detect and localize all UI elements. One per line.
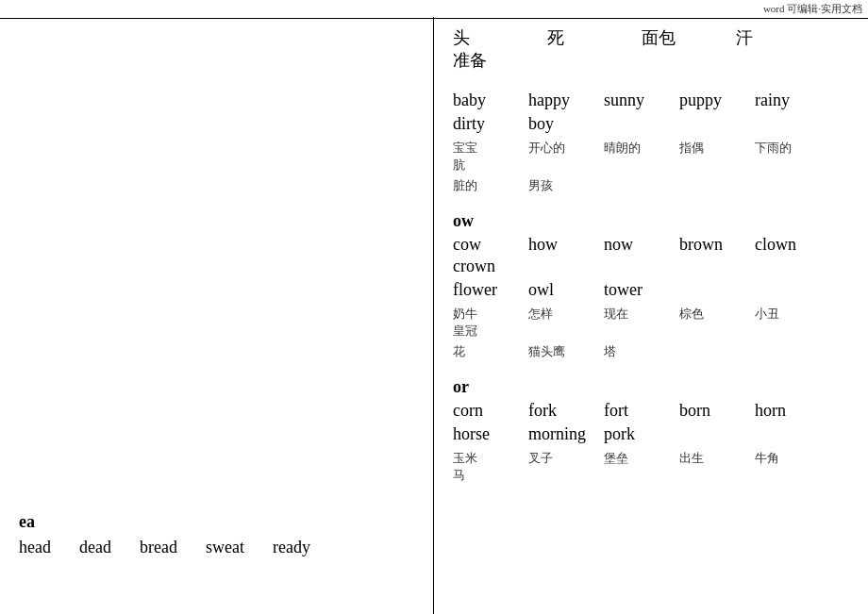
word-cell: fort	[604, 401, 670, 421]
sections-container: babyhappysunnypuppyrainydirtyboy宝宝开心的晴朗的…	[453, 91, 849, 484]
word-cell: born	[679, 401, 745, 421]
chinese-cell: 牛角	[755, 450, 821, 467]
chinese-cell: 开心的	[528, 140, 594, 157]
main-container: ea headdeadbreadsweatready 头死面包汗准备 babyh…	[0, 17, 868, 614]
ea-words: headdeadbreadsweatready	[19, 538, 310, 557]
chinese-cell: 猫头鹰	[528, 343, 594, 360]
word-cell: horn	[755, 401, 821, 421]
chinese-cell: 晴朗的	[604, 140, 670, 157]
section-label-ow: ow	[453, 211, 849, 231]
word-cell: fork	[528, 401, 594, 421]
chinese-row: 花猫头鹰塔	[453, 343, 849, 360]
chinese-row: 奶牛怎样现在棕色小丑皇冠	[453, 306, 849, 340]
word-cell: pork	[604, 424, 670, 444]
chinese-cell: 怎样	[528, 306, 594, 323]
chinese-cell: 马	[453, 467, 519, 484]
header-chinese-cell: 面包	[642, 26, 708, 49]
chinese-cell: 花	[453, 343, 519, 360]
ea-word: head	[19, 538, 51, 557]
word-cell: tower	[604, 280, 670, 300]
word-cell: horse	[453, 424, 519, 444]
chinese-cell: 棕色	[679, 306, 745, 323]
ea-word: bread	[140, 538, 177, 557]
word-row: dirtyboy	[453, 114, 849, 136]
section-ow: owcowhownowbrownclowncrownflowerowltower…	[453, 211, 849, 360]
word-cell: sunny	[604, 91, 670, 110]
chinese-cell: 肮	[453, 157, 519, 174]
word-cell: puppy	[679, 91, 745, 110]
chinese-cell: 玉米	[453, 450, 519, 467]
word-cell: owl	[528, 280, 594, 300]
word-cell: now	[604, 235, 670, 255]
chinese-cell: 下雨的	[755, 140, 821, 157]
ea-word: ready	[273, 538, 310, 557]
chinese-row: 玉米叉子堡垒出生牛角马	[453, 450, 849, 484]
word-cell: flower	[453, 280, 519, 300]
word-row: flowerowltower	[453, 280, 849, 302]
chinese-cell: 塔	[604, 343, 670, 360]
word-row: horsemorningpork	[453, 424, 849, 446]
header-chinese-cell: 头	[453, 26, 519, 49]
section-or: orcornforkfortbornhornhorsemorningpork玉米…	[453, 377, 849, 484]
ea-word: sweat	[206, 538, 244, 557]
word-cell: dirty	[453, 114, 519, 134]
chinese-cell: 奶牛	[453, 306, 519, 323]
ea-label: ea	[19, 512, 310, 532]
section-label-or: or	[453, 377, 849, 397]
top-bar-label: word 可编辑·实用文档	[763, 3, 862, 14]
header-chinese-cell: 准备	[453, 49, 519, 72]
word-cell: brown	[679, 235, 745, 255]
word-cell: happy	[528, 91, 594, 110]
chinese-cell: 男孩	[528, 177, 594, 194]
word-row: cowhownowbrownclowncrown	[453, 235, 849, 278]
chinese-cell: 宝宝	[453, 140, 519, 157]
chinese-cell: 叉子	[528, 450, 594, 467]
word-cell: morning	[528, 424, 594, 444]
word-cell: boy	[528, 114, 594, 134]
word-cell: how	[528, 235, 594, 255]
word-cell: baby	[453, 91, 519, 110]
header-chinese-cell: 汗	[736, 26, 802, 49]
top-bar: word 可编辑·实用文档	[0, 0, 868, 19]
word-cell: cow	[453, 235, 519, 255]
left-panel: ea headdeadbreadsweatready	[0, 17, 434, 614]
chinese-row: 脏的男孩	[453, 177, 849, 194]
chinese-cell: 指偶	[679, 140, 745, 157]
word-row: cornforkfortbornhorn	[453, 401, 849, 423]
chinese-cell: 皇冠	[453, 323, 519, 340]
section-ay: babyhappysunnypuppyrainydirtyboy宝宝开心的晴朗的…	[453, 91, 849, 194]
word-row: babyhappysunnypuppyrainy	[453, 91, 849, 112]
word-cell: corn	[453, 401, 519, 421]
chinese-row: 宝宝开心的晴朗的指偶下雨的肮	[453, 140, 849, 174]
word-cell: crown	[453, 257, 519, 276]
header-chinese-row: 头死面包汗准备	[453, 26, 849, 72]
right-panel: 头死面包汗准备 babyhappysunnypuppyrainydirtyboy…	[434, 17, 868, 614]
ea-word: dead	[79, 538, 111, 557]
word-cell: clown	[755, 235, 821, 255]
word-cell: rainy	[755, 91, 821, 110]
chinese-cell: 出生	[679, 450, 745, 467]
ea-section: ea headdeadbreadsweatready	[19, 512, 310, 557]
chinese-cell: 脏的	[453, 177, 519, 194]
chinese-cell: 小丑	[755, 306, 821, 323]
chinese-cell: 堡垒	[604, 450, 670, 467]
header-chinese-cell: 死	[547, 26, 613, 49]
chinese-cell: 现在	[604, 306, 670, 323]
